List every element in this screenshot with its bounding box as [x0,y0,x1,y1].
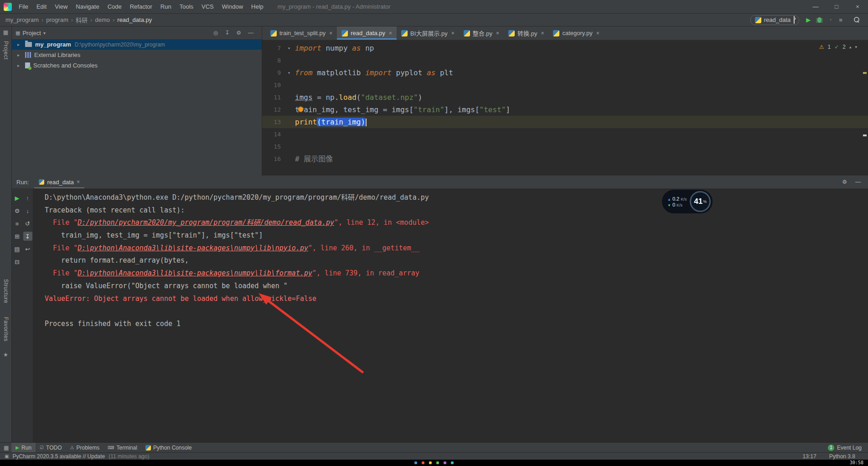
breadcrumb-item[interactable]: read_data.py [116,16,153,23]
menu-window[interactable]: Window [218,3,247,10]
tree-expand-icon[interactable]: ▸ [17,52,25,57]
prev-issue-icon[interactable]: ▴ [849,45,852,49]
menu-run[interactable]: Run [156,3,176,10]
tree-item-my-program[interactable]: ▸my_programD:\python\pycharm2020\my_prog… [12,39,262,50]
debug-button[interactable] [817,17,822,23]
breadcrumb-item[interactable]: program [45,16,69,23]
code-text[interactable]: # 展示图像 [295,153,333,165]
taskbar-app-icon[interactable] [451,461,454,464]
hide-panel-icon[interactable]: — [248,30,253,36]
gear-icon[interactable]: ⚙ [236,30,241,36]
editor-tab[interactable]: BI大屏展示.py× [397,26,459,40]
interpreter-label[interactable]: Python 3.8 [829,453,855,460]
menu-navigate[interactable]: Navigate [72,3,103,10]
breadcrumb-item[interactable]: demo [94,16,111,23]
fold-marker-icon[interactable]: ▾ [283,42,295,54]
breadcrumb-item[interactable]: my_program [5,16,40,23]
taskbar-app-icon[interactable] [422,461,424,464]
down-stack-trace-icon[interactable]: ↓ [23,206,32,215]
up-stack-trace-icon[interactable]: ↑ [23,193,32,202]
editor[interactable]: 7▾import numpy as np89▾from matplotlib i… [262,40,868,176]
close-button[interactable]: × [847,0,868,13]
tool-strip-favorites[interactable]: Favorites [3,317,9,342]
error-stripe-caret-mark[interactable] [863,135,867,136]
code-text[interactable]: train_img, test_img = imgs["train"], img… [295,104,510,116]
search-everywhere-icon[interactable] [854,17,860,23]
locate-file-icon[interactable]: ◎ [213,30,218,36]
tool-strip-project[interactable]: Project [3,41,9,60]
close-tab-icon[interactable]: × [389,30,392,36]
hide-panel-icon[interactable]: — [855,179,861,185]
restore-layout-icon[interactable]: ⊞ [13,232,22,241]
taskbar-app-icon[interactable] [429,461,432,464]
settings-wrench-icon[interactable]: ⚙ [13,206,22,215]
code-text[interactable]: imgs = np.load("dataset.npz") [295,91,422,104]
taskbar-app-icon[interactable] [436,461,439,464]
breadcrumb-item[interactable]: 科研 [75,16,88,24]
print-icon[interactable]: ▤ [13,244,22,254]
tool-windows-icon[interactable]: ▦ [4,445,9,451]
console-output[interactable]: D:\python\Anaconda3\python.exe D:/python… [33,189,868,442]
run-config-selector[interactable]: read_data ▾ [750,15,800,25]
tree-item-scratches-and-consoles[interactable]: ▸Scratches and Consoles [12,60,262,71]
gear-icon[interactable]: ⚙ [842,179,847,185]
coverage-button[interactable]: ◔ [828,16,832,23]
collapse-all-icon[interactable]: ↧ [225,30,229,36]
menu-tools[interactable]: Tools [176,3,197,10]
error-stripe-warning-mark[interactable] [863,72,867,74]
menu-help[interactable]: Help [247,3,268,10]
tree-item-external-libraries[interactable]: ▸External Libraries [12,50,262,60]
fold-marker-icon[interactable]: ▾ [283,67,295,79]
editor-tab[interactable]: 转换.py× [504,26,548,40]
editor-tab[interactable]: train_test_split.py× [266,26,337,40]
close-tab-icon[interactable]: × [596,30,599,36]
code-text[interactable]: print(train_img) [295,116,367,128]
soft-wrap-icon[interactable]: ↩ [23,244,32,254]
inspections-widget[interactable]: ⚠ 1 ✓ 2 ▴ ▾ [819,44,857,50]
menu-edit[interactable]: Edit [32,3,51,10]
run-button[interactable]: ▶ [806,16,811,23]
toolwindow-button-problems[interactable]: ⚠Problems [66,443,103,452]
taskbar-app-icon[interactable] [444,461,446,464]
run-console-tab[interactable]: read_data × [34,176,84,188]
stack-trace-link[interactable]: D:\python\Anaconda3\lib\site-packages\nu… [78,244,308,252]
tool-strip-structure[interactable]: Structure [3,279,9,303]
clear-console-icon[interactable]: ⊟ [13,257,22,266]
menu-code[interactable]: Code [103,3,126,10]
close-tab-icon[interactable]: × [451,30,455,36]
stack-trace-link[interactable]: D:\python\Anaconda3\lib\site-packages\nu… [78,269,312,277]
close-tab-icon[interactable]: × [329,30,332,36]
menu-vcs[interactable]: VCS [197,3,218,10]
close-tab-icon[interactable]: × [541,30,544,36]
menu-file[interactable]: File [15,3,32,10]
taskbar-app-icon[interactable] [414,461,417,464]
editor-tab[interactable]: category.py× [548,26,604,40]
tree-expand-icon[interactable]: ▸ [17,42,25,47]
maximize-button[interactable]: □ [826,0,847,13]
caret-position[interactable]: 13:17 [803,453,816,460]
next-issue-icon[interactable]: ▾ [855,45,857,49]
code-text[interactable]: from matplotlib import pyplot as plt [295,67,453,79]
toolwindow-button-python-console[interactable]: Python Console [141,443,196,452]
stack-trace-link[interactable]: D:/python/pycharm2020/my_program/program… [78,218,334,227]
rerun-button[interactable]: ▶ [13,193,22,202]
status-message[interactable]: PyCharm 2020.3.5 available // Update [12,453,105,460]
toolwindow-button-terminal[interactable]: ⌨Terminal [103,443,141,452]
menu-refactor[interactable]: Refactor [126,3,156,10]
toolwindow-button-todo[interactable]: ☑TODO [36,443,66,452]
scroll-to-end-icon[interactable]: ↧ [23,232,32,241]
project-tool-icon[interactable]: ▦ [3,29,8,36]
project-panel-title[interactable]: Project [22,30,41,36]
menu-view[interactable]: View [51,3,72,10]
event-log-button[interactable]: 1 Event Log [828,445,864,451]
status-window-icon[interactable]: ▣ [5,454,9,459]
close-tab-icon[interactable]: × [77,179,80,185]
chevron-down-icon[interactable]: ▾ [43,31,46,36]
toolwindow-button-run[interactable]: ▶Run [11,443,36,452]
tree-expand-icon[interactable]: ▸ [17,63,25,68]
editor-tab[interactable]: read_data.py× [337,26,397,40]
code-text[interactable]: import numpy as np [295,42,374,54]
favorites-star-icon[interactable]: ★ [3,352,8,358]
rerun-failed-icon[interactable]: ↺ [23,219,32,228]
editor-tab[interactable]: 整合.py× [459,26,504,40]
